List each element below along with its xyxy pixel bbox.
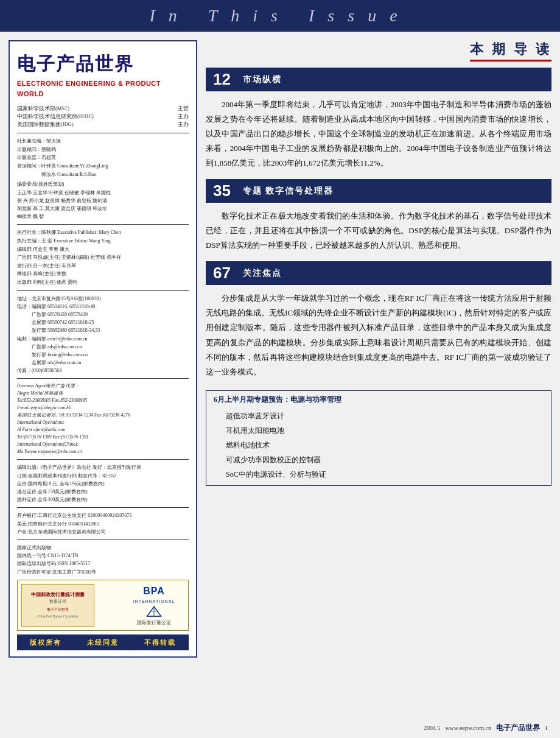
footer-logo: 电子产品世界 (496, 723, 540, 733)
preview-item-1: 超低功率蓝牙设计 (226, 409, 544, 423)
bpa-text: BPA (143, 584, 165, 599)
article-text-12: 2004年第一季度即将结束，几乎可以肯定地讲，2003年中国电子制造和半导体消费… (206, 97, 551, 170)
right-top-title-text: 本 期 导 读 (470, 40, 551, 62)
sponsor-block: 国家科学技术部(MST) 中国科学技术信息研究所(ISTIC) 美国国际数据集团… (17, 105, 189, 128)
divider-2 (17, 224, 189, 225)
section-number-12: 12 (206, 68, 238, 91)
magazine-title-en: ELECTRONIC ENGINEERING & PRODUCT WORLD (17, 79, 189, 99)
footer-date: 2004.5 (424, 725, 441, 731)
certification-badge: 中国邮政发行量统计测量 数量证书 电子产品世界 China Post Burea… (21, 584, 94, 627)
copyright-item-1: 版权所有 (30, 638, 61, 648)
section-header-67: 67 关注焦点 (206, 261, 551, 285)
section-title-12: 市场纵横 (238, 72, 287, 88)
overseas-block: Overseas Agent海外广告代理： Alegra Media/历格媒体 … (17, 382, 189, 455)
committee-header: 编委委员(按姓氏笔划) (17, 181, 189, 188)
footer-website: www.eepw.com.cn (445, 725, 491, 731)
header-banner: In This Issue (0, 0, 560, 32)
section-title-35: 专题 数字信号处理器 (238, 183, 339, 199)
staff-row-4: 资深顾问：叶钟灵 Consultant:Ye ZhongLing (17, 162, 189, 170)
sponsor-role-3: 主办 (178, 121, 189, 128)
staff-row-1: 社长兼总编：邹大挺 (17, 137, 189, 146)
staff-grid: 社长兼总编：邹大挺 出版顾问：熊晓鸽 出版总监：石超英 资深顾问：叶钟灵 Con… (17, 137, 189, 178)
section-number-35: 35 (206, 179, 238, 203)
main-content: 电子产品世界 ELECTRONIC ENGINEERING & PRODUCT … (0, 32, 560, 666)
header-banner-text: In This Issue (149, 6, 410, 26)
official-block: 国家正式出版物 国内统一刊号:CN11-3374/TN 国际连续出版号码:ISS… (17, 544, 189, 576)
preview-section: 6月上半月期专题预告：电源与功率管理 超低功率蓝牙设计 耳机用太阳能电池 燃料电… (206, 390, 551, 486)
article-block-12: 12 市场纵横 2004年第一季度即将结束，几乎可以肯定地讲，2003年中国电子… (206, 68, 551, 170)
divider-4 (17, 378, 189, 379)
sponsor-3: 美国国际数据集团(IDG) (17, 121, 178, 128)
preview-item-4: 可减少功率因数校正的控制器 (226, 452, 544, 467)
right-top-title: 本 期 导 读 (206, 40, 551, 62)
staff-row-3: 出版总监：石超英 (17, 153, 189, 162)
sponsor-role-2: 主办 (178, 113, 189, 121)
sponsor-names: 国家科学技术部(MST) 中国科学技术信息研究所(ISTIC) 美国国际数据集团… (17, 105, 178, 128)
bpa-intl-label: 国际发行量公证 (137, 619, 171, 626)
article-text-35: 数字化技术正在极大地改变着我们的生活和体验。作为数字化技术的基石，数字信号处理技… (206, 209, 551, 253)
copyright-item-2: 未经同意 (87, 638, 119, 648)
footer-page: 1 (545, 725, 548, 731)
page-footer: 2004.5 www.eepw.com.cn 电子产品世界 1 (424, 723, 548, 733)
sponsor-role-1: 主管 (178, 105, 189, 113)
preview-list: 超低功率蓝牙设计 耳机用太阳能电池 燃料电池技术 可减少功率因数校正的控制器 S… (214, 409, 544, 482)
article-block-35: 35 专题 数字信号处理器 数字化技术正在极大地改变着我们的生活和体验。作为数字… (206, 179, 551, 253)
preview-title: 6月上半月期专题预告：电源与功率管理 (214, 395, 544, 405)
bpa-sub: INTERNATIONAL (133, 599, 175, 605)
copyright-bar: 版权所有 未经同意 不得转载 (17, 634, 189, 651)
left-panel: 电子产品世界 ELECTRONIC ENGINEERING & PRODUCT … (9, 40, 197, 658)
divider-7 (17, 539, 189, 540)
subscription-block: 编辑出版:《电子产品世界》杂志社 发行：北京报刊发行局 订阅:全国邮局或本刊发行… (17, 463, 189, 504)
divider-6 (17, 507, 189, 508)
preview-item-2: 耳机用太阳能电池 (226, 423, 544, 438)
bpa-badge: BPA INTERNATIONAL 国际发行量公证 (124, 584, 184, 627)
article-text-67: 分步集成是从大学一年级就学习过的一个概念，现在RF IC厂商正在将这一传统方法应… (206, 291, 551, 379)
magazine-title-cn: 电子产品世界 (17, 50, 189, 77)
staff-row-2: 出版顾问：熊晓鸽 (17, 146, 189, 154)
sponsor-labels: 主管 主办 主办 (178, 105, 189, 128)
section-header-12: 12 市场纵横 (206, 68, 551, 91)
legal-block: 开户银行:工商行北京公主坟支行 020000460924207673 美元:招商… (17, 511, 189, 536)
divider-3 (17, 290, 189, 291)
exec-staff: 执行社长：陈秋娜 Executive Publisher: Mary Chen … (17, 228, 189, 286)
preview-item-3: 燃料电池技术 (226, 438, 544, 452)
sponsor-2: 中国科学技术信息研究所(ISTIC) (17, 113, 178, 121)
committee-members: 王正华 王志华 叶钟灵 任晓敏 李锦林 米国柱 张 兴 郑小龙 赵良炳 杨秀华 … (17, 189, 189, 220)
sponsor-1: 国家科学技术部(MST) (17, 105, 178, 113)
bpa-logo-svg (141, 606, 167, 617)
divider-5 (17, 459, 189, 460)
section-title-67: 关注焦点 (238, 265, 287, 281)
badge-area: 中国邮政发行量统计测量 数量证书 电子产品世界 China Post Burea… (17, 580, 189, 631)
right-panel: 本 期 导 读 12 市场纵横 2004年第一季度即将结束，几乎可以肯定地讲，2… (206, 40, 551, 658)
divider-1 (17, 133, 189, 133)
copyright-item-3: 不得转载 (144, 638, 176, 648)
section-number-67: 67 (206, 261, 238, 285)
staff-row-5: 韩汝水 Consultant:R.S.Han (17, 170, 189, 179)
article-block-67: 67 关注焦点 分步集成是从大学一年级就学习过的一个概念，现在RF IC厂商正在… (206, 261, 551, 379)
contact-block: 地址：北京市复兴路15号816室(100038) 电话：编辑部 68514016… (17, 295, 189, 375)
preview-item-5: SoC中的电源设计、分析与验证 (226, 467, 544, 482)
section-header-35: 35 专题 数字信号处理器 (206, 179, 551, 203)
